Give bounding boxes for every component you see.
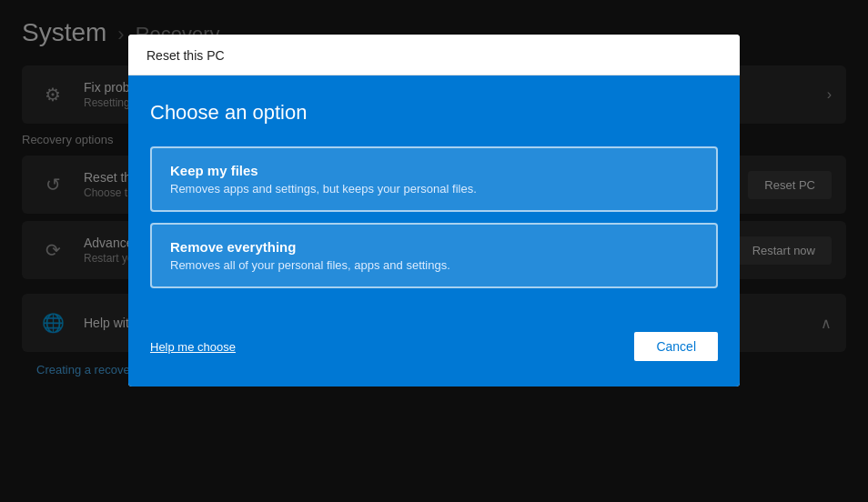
keep-files-option[interactable]: Keep my files Removes apps and settings,… — [150, 146, 718, 212]
modal-header: Reset this PC — [128, 35, 740, 75]
reset-pc-modal: Reset this PC Choose an option Keep my f… — [128, 35, 740, 387]
keep-files-title: Keep my files — [170, 163, 698, 178]
modal-body: Choose an option Keep my files Removes a… — [128, 75, 740, 317]
remove-everything-option[interactable]: Remove everything Removes all of your pe… — [150, 223, 718, 288]
modal-body-title: Choose an option — [150, 101, 718, 125]
help-me-choose-link[interactable]: Help me choose — [150, 340, 236, 354]
modal-header-title: Reset this PC — [146, 48, 225, 63]
cancel-button[interactable]: Cancel — [634, 332, 718, 361]
keep-files-desc: Removes apps and settings, but keeps you… — [170, 182, 698, 196]
modal-overlay: Reset this PC Choose an option Keep my f… — [0, 0, 868, 502]
remove-everything-title: Remove everything — [170, 239, 698, 255]
modal-footer: Help me choose Cancel — [128, 317, 740, 387]
remove-everything-desc: Removes all of your personal files, apps… — [170, 258, 698, 272]
